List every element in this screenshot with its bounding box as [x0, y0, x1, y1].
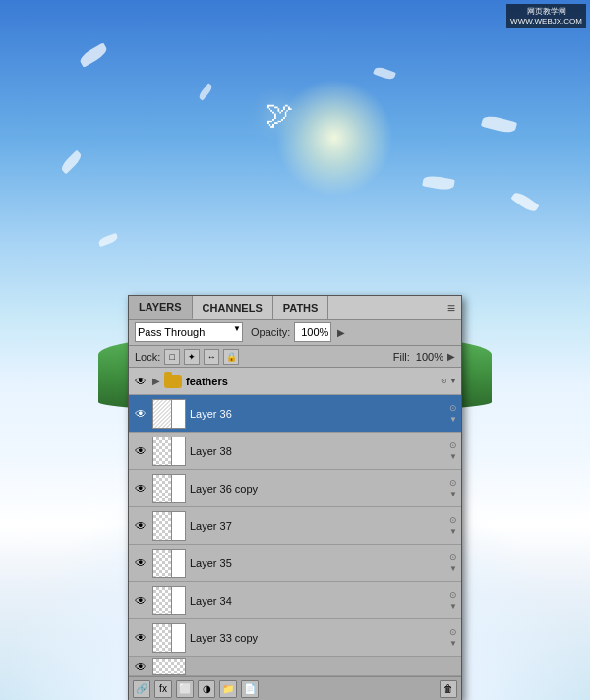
fx-layer38: ⊙: [449, 440, 457, 450]
eye-icon-layer33copy[interactable]: 👁: [133, 630, 148, 646]
options-layer38: ⊙ ▼: [449, 440, 457, 461]
toolbar-mask-btn[interactable]: ⬜: [176, 680, 194, 698]
folder-icon-feathers: [164, 375, 182, 388]
eye-icon-partial[interactable]: 👁: [133, 659, 148, 674]
watermark-line1: 网页教学网: [510, 6, 582, 17]
tab-channels[interactable]: CHANNELS: [193, 296, 273, 319]
fill-arrow[interactable]: ▶: [447, 351, 455, 362]
arrow-feathers[interactable]: ▶: [152, 376, 160, 386]
tab-layers[interactable]: LAYERS: [129, 296, 193, 319]
layer-item-layer38[interactable]: 👁 Layer 38 ⊙ ▼: [129, 433, 461, 470]
arrow-layer37: ▼: [449, 527, 457, 536]
dove: 🕊: [266, 98, 293, 131]
group-name-feathers: feathers: [186, 376, 437, 387]
fill-value: 100%: [416, 351, 443, 363]
blend-mode-row: Pass Through Normal Dissolve Multiply Sc…: [129, 320, 461, 346]
layer-item-layer35[interactable]: 👁 Layer 35 ⊙ ▼: [129, 545, 461, 582]
opacity-label: Opacity:: [251, 326, 290, 338]
mask-layer33copy: [171, 624, 185, 653]
mask-layer38: [171, 438, 185, 466]
fx-layer37: ⊙: [449, 515, 457, 525]
lock-move-btn[interactable]: ↔: [204, 349, 219, 365]
eye-icon-layer37[interactable]: 👁: [133, 518, 148, 534]
layer-item-layer36copy[interactable]: 👁 Layer 36 copy ⊙ ▼: [129, 470, 461, 507]
opacity-input[interactable]: [294, 322, 331, 342]
tab-paths[interactable]: PATHS: [273, 296, 329, 319]
toolbar-group-btn[interactable]: 📁: [219, 680, 237, 698]
mask-layer35: [171, 550, 185, 578]
group-options: ⊙ ▼: [441, 377, 457, 385]
panel-tabs: LAYERS CHANNELS PATHS ≡: [129, 296, 461, 320]
thumb-layer37: [152, 511, 186, 541]
fx-layer35: ⊙: [449, 553, 457, 562]
layers-list: 👁 ▶ feathers ⊙ ▼ 👁 Layer 36 ⊙ ▼ 👁: [129, 368, 461, 676]
eye-icon-layer34[interactable]: 👁: [133, 593, 148, 609]
watermark: 网页教学网 WWW.WEBJX.COM: [506, 4, 586, 28]
eye-icon-feathers[interactable]: 👁: [133, 374, 148, 389]
options-layer34: ⊙ ▼: [449, 590, 457, 611]
layer-name-layer35: Layer 35: [190, 557, 445, 569]
arrow-layer36: ▼: [449, 415, 457, 424]
layer-group-feathers[interactable]: 👁 ▶ feathers ⊙ ▼: [129, 368, 461, 395]
toolbar-new-layer-btn[interactable]: 📄: [241, 680, 259, 698]
panel-menu-icon[interactable]: ≡: [442, 300, 461, 316]
eye-icon-layer36[interactable]: 👁: [133, 406, 148, 422]
mask-layer36: [171, 400, 185, 429]
opacity-arrow[interactable]: ▶: [335, 327, 347, 338]
lock-row: Lock: □ ✦ ↔ 🔒 Fill: 100% ▶: [129, 346, 461, 368]
group-circle: ⊙: [441, 377, 447, 385]
toolbar-link-btn[interactable]: 🔗: [133, 680, 150, 698]
layer-item-layer37[interactable]: 👁 Layer 37 ⊙ ▼: [129, 507, 461, 545]
eye-icon-layer35[interactable]: 👁: [133, 555, 148, 571]
lock-all-btn[interactable]: 🔒: [223, 349, 239, 365]
thumb-layer38: [152, 437, 186, 466]
layer-name-layer36: Layer 36: [190, 408, 445, 420]
toolbar-fx-btn[interactable]: fx: [154, 680, 172, 698]
mask-layer34: [171, 587, 185, 615]
options-layer35: ⊙ ▼: [449, 553, 457, 573]
layer-name-layer34: Layer 34: [190, 595, 445, 607]
arrow-layer34: ▼: [449, 602, 457, 611]
watermark-line2: WWW.WEBJX.COM: [510, 17, 582, 26]
layer-name-layer38: Layer 38: [190, 445, 445, 457]
arrow-layer33copy: ▼: [449, 639, 457, 648]
fill-label: Fill:: [393, 351, 410, 363]
eye-icon-layer36copy[interactable]: 👁: [133, 481, 148, 496]
toolbar-adjustment-btn[interactable]: ◑: [198, 680, 215, 698]
thumb-partial: [152, 658, 186, 675]
eye-icon-layer38[interactable]: 👁: [133, 443, 148, 459]
layers-panel: LAYERS CHANNELS PATHS ≡ Pass Through Nor…: [128, 295, 462, 700]
sun-glow: [275, 79, 393, 197]
thumb-layer36copy: [152, 474, 186, 503]
layer-item-layer36[interactable]: 👁 Layer 36 ⊙ ▼: [129, 395, 461, 433]
layer-name-layer36copy: Layer 36 copy: [190, 483, 445, 495]
thumb-layer33copy: [152, 623, 186, 653]
layer-item-layer33copy[interactable]: 👁 Layer 33 copy ⊙ ▼: [129, 619, 461, 657]
mask-layer37: [171, 512, 185, 541]
fx-layer36copy: ⊙: [449, 478, 457, 488]
blend-mode-wrapper: Pass Through Normal Dissolve Multiply Sc…: [135, 322, 243, 342]
options-layer36: ⊙ ▼: [449, 403, 457, 424]
arrow-layer35: ▼: [449, 564, 457, 573]
group-arrow: ▼: [449, 377, 457, 385]
fx-layer33copy: ⊙: [449, 627, 457, 637]
options-layer37: ⊙ ▼: [449, 515, 457, 536]
blend-mode-select[interactable]: Pass Through Normal Dissolve Multiply Sc…: [135, 322, 243, 342]
arrow-layer38: ▼: [449, 452, 457, 461]
lock-transparent-btn[interactable]: □: [164, 349, 180, 365]
layer-name-layer33copy: Layer 33 copy: [190, 632, 445, 644]
options-layer33copy: ⊙ ▼: [449, 627, 457, 648]
layer-item-layer34[interactable]: 👁 Layer 34 ⊙ ▼: [129, 582, 461, 619]
lock-label: Lock:: [135, 351, 160, 363]
thumb-layer35: [152, 549, 186, 578]
options-layer36copy: ⊙ ▼: [449, 478, 457, 498]
thumb-layer36: [152, 399, 186, 429]
fx-layer36: ⊙: [449, 403, 457, 413]
thumb-layer34: [152, 586, 186, 615]
arrow-layer36copy: ▼: [449, 490, 457, 498]
toolbar-delete-btn[interactable]: 🗑: [440, 680, 457, 698]
panel-toolbar: 🔗 fx ⬜ ◑ 📁 📄 🗑: [129, 676, 461, 700]
mask-layer36copy: [171, 475, 185, 503]
lock-paint-btn[interactable]: ✦: [184, 349, 200, 365]
layer-item-partial[interactable]: 👁: [129, 657, 461, 676]
